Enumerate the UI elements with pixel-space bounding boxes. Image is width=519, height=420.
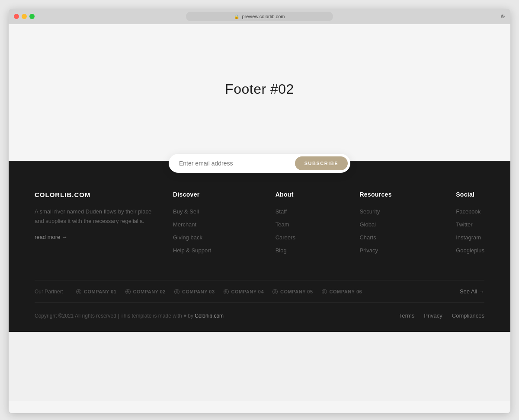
footer: COLORLIB.COM A small river named Duden f… <box>9 161 510 332</box>
new-tab-button[interactable]: + <box>500 12 505 21</box>
list-item: Blog <box>276 246 295 254</box>
list-item: Instagram <box>456 233 484 241</box>
list-item: Global <box>359 220 391 228</box>
browser-titlebar: 🔒 preview.colorlib.com ↻ + <box>9 9 510 24</box>
partner-company-05[interactable]: ◎ COMPANY 05 <box>272 289 313 294</box>
partner-icon-03: ◎ <box>174 289 179 294</box>
partner-name-02: COMPANY 02 <box>133 289 166 294</box>
partner-company-02[interactable]: ◎ COMPANY 02 <box>125 289 166 294</box>
compliances-link[interactable]: Compliances <box>452 312 484 319</box>
link-careers[interactable]: Careers <box>276 234 295 241</box>
link-buy-sell[interactable]: Buy & Sell <box>173 208 199 215</box>
brand-description: A small river named Duden flows by their… <box>35 207 156 226</box>
partner-company-06[interactable]: ◎ COMPANY 06 <box>322 289 362 294</box>
subscribe-button[interactable]: SUBSCRIBE <box>295 156 348 170</box>
partner-icon-06: ◎ <box>322 289 327 294</box>
link-security[interactable]: Security <box>359 208 380 215</box>
list-item: Charts <box>359 233 391 241</box>
copyright-text: Copyright ©2021 All rights reserved | Th… <box>35 313 224 319</box>
list-item: Googleplus <box>456 246 484 254</box>
list-item: Twitter <box>456 220 484 228</box>
link-global[interactable]: Global <box>359 221 376 228</box>
social-links: Facebook Twitter Instagram Googleplus <box>456 207 484 254</box>
address-bar[interactable]: 🔒 preview.colorlib.com <box>186 12 333 21</box>
about-links: Staff Team Careers Blog <box>276 207 295 254</box>
email-input[interactable] <box>179 160 295 167</box>
partner-icon-05: ◎ <box>272 289 278 294</box>
link-help-support[interactable]: Help & Support <box>173 247 211 254</box>
partner-company-04[interactable]: ◎ COMPANY 04 <box>224 289 264 294</box>
footer-top: COLORLIB.COM A small river named Duden f… <box>35 191 484 280</box>
resources-links: Security Global Charts Privacy <box>359 207 391 254</box>
list-item: Facebook <box>456 207 484 215</box>
footer-bottom: Copyright ©2021 All rights reserved | Th… <box>35 303 484 332</box>
partner-company-03[interactable]: ◎ COMPANY 03 <box>174 289 215 294</box>
hero-section: Footer #02 <box>9 24 510 154</box>
subscribe-bar: SUBSCRIBE <box>9 154 510 173</box>
partner-company-01[interactable]: ◎ COMPANY 01 <box>76 289 117 294</box>
partners-label: Our Partner: <box>35 289 63 295</box>
brand-name: COLORLIB.COM <box>35 191 156 198</box>
footer-legal-links: Terms Privacy Compliances <box>399 312 484 319</box>
list-item: Buy & Sell <box>173 207 211 215</box>
partner-name-04: COMPANY 04 <box>231 289 264 294</box>
list-item: Merchant <box>173 220 211 228</box>
link-staff[interactable]: Staff <box>276 208 287 215</box>
list-item: Giving back <box>173 233 211 241</box>
page-wrapper: Footer #02 SUBSCRIBE COLORLIB.COM A smal… <box>9 24 510 413</box>
link-facebook[interactable]: Facebook <box>456 208 481 215</box>
col-title-about: About <box>276 191 295 198</box>
col-title-social: Social <box>456 191 484 198</box>
footer-brand: COLORLIB.COM A small river named Duden f… <box>35 191 156 254</box>
link-twitter[interactable]: Twitter <box>456 221 472 228</box>
terms-link[interactable]: Terms <box>399 312 414 319</box>
maximize-button[interactable] <box>29 14 35 19</box>
partner-icon-01: ◎ <box>76 289 81 294</box>
close-button[interactable] <box>14 14 19 19</box>
subscribe-form: SUBSCRIBE <box>169 154 350 173</box>
read-more-link[interactable]: read more → <box>35 234 67 240</box>
link-privacy[interactable]: Privacy <box>359 247 378 254</box>
footer-col-social: Social Facebook Twitter Instagram Google… <box>456 191 484 254</box>
privacy-link[interactable]: Privacy <box>424 312 442 319</box>
url-text: preview.colorlib.com <box>242 14 285 19</box>
list-item: Careers <box>276 233 295 241</box>
partner-icon-04: ◎ <box>224 289 229 294</box>
partner-name-06: COMPANY 06 <box>330 289 362 294</box>
partner-name-01: COMPANY 01 <box>84 289 117 294</box>
partners-list: ◎ COMPANY 01 ◎ COMPANY 02 ◎ COMPANY 03 ◎… <box>76 289 451 294</box>
lock-icon: 🔒 <box>234 14 239 19</box>
link-instagram[interactable]: Instagram <box>456 234 481 241</box>
link-blog[interactable]: Blog <box>276 247 287 254</box>
list-item: Privacy <box>359 246 391 254</box>
footer-col-resources: Resources Security Global Charts Privacy <box>359 191 391 254</box>
see-all-link[interactable]: See All → <box>460 288 484 295</box>
link-team[interactable]: Team <box>276 221 289 228</box>
partner-name-03: COMPANY 03 <box>182 289 215 294</box>
browser-window: 🔒 preview.colorlib.com ↻ + Footer #02 SU… <box>9 9 510 413</box>
list-item: Help & Support <box>173 246 211 254</box>
copyright-main: Copyright ©2021 All rights reserved | Th… <box>35 313 195 319</box>
partner-icon-02: ◎ <box>125 289 131 294</box>
footer-columns: Discover Buy & Sell Merchant Giving back… <box>173 191 484 254</box>
footer-partners: Our Partner: ◎ COMPANY 01 ◎ COMPANY 02 ◎… <box>35 280 484 303</box>
footer-col-about: About Staff Team Careers Blog <box>276 191 295 254</box>
list-item: Staff <box>276 207 295 215</box>
col-title-resources: Resources <box>359 191 391 198</box>
link-giving-back[interactable]: Giving back <box>173 234 202 241</box>
discover-links: Buy & Sell Merchant Giving back Help & S… <box>173 207 211 254</box>
browser-buttons <box>14 14 35 19</box>
list-item: Team <box>276 220 295 228</box>
link-merchant[interactable]: Merchant <box>173 221 196 228</box>
page-title: Footer #02 <box>225 81 294 97</box>
link-charts[interactable]: Charts <box>359 234 376 241</box>
partner-name-05: COMPANY 05 <box>280 289 313 294</box>
copyright-link[interactable]: Colorlib.com <box>195 313 224 319</box>
below-footer-area <box>9 332 510 401</box>
minimize-button[interactable] <box>22 14 27 19</box>
col-title-discover: Discover <box>173 191 211 198</box>
list-item: Security <box>359 207 391 215</box>
link-googleplus[interactable]: Googleplus <box>456 247 484 254</box>
footer-col-discover: Discover Buy & Sell Merchant Giving back… <box>173 191 211 254</box>
